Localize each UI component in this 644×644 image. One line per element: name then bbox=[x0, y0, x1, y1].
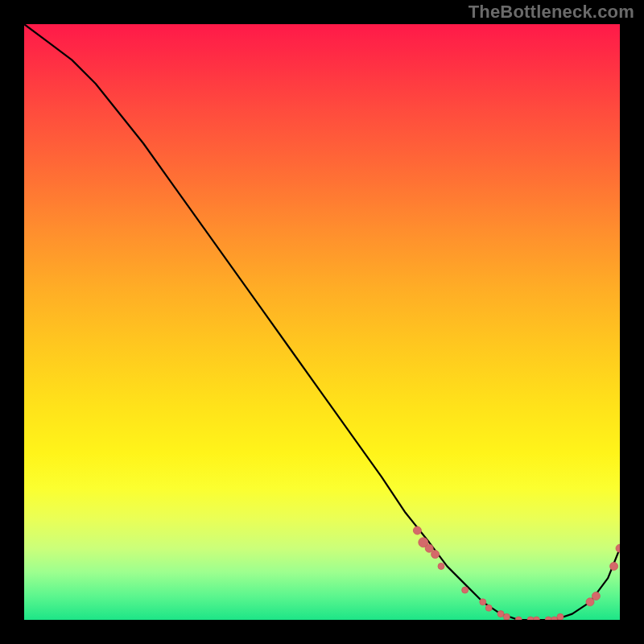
data-marker bbox=[438, 563, 444, 569]
data-marker bbox=[462, 587, 469, 593]
data-marker bbox=[480, 599, 486, 605]
data-marker bbox=[586, 598, 594, 606]
bottleneck-curve bbox=[24, 24, 620, 620]
data-marker bbox=[616, 544, 620, 552]
plot-area bbox=[24, 24, 620, 620]
data-markers bbox=[413, 526, 620, 620]
data-marker bbox=[533, 617, 539, 620]
data-marker bbox=[485, 605, 492, 611]
chart-overlay bbox=[24, 24, 620, 620]
data-marker bbox=[551, 617, 558, 620]
data-marker bbox=[592, 592, 600, 600]
data-marker bbox=[425, 544, 433, 552]
watermark-text: TheBottleneck.com bbox=[469, 2, 634, 23]
data-marker bbox=[527, 617, 534, 620]
data-marker bbox=[515, 617, 522, 620]
data-marker bbox=[557, 613, 564, 620]
data-marker bbox=[431, 551, 440, 559]
data-marker bbox=[610, 562, 618, 570]
data-marker bbox=[497, 611, 504, 617]
data-marker bbox=[545, 617, 551, 620]
data-marker bbox=[503, 613, 510, 620]
data-marker bbox=[413, 526, 421, 535]
chart-frame: TheBottleneck.com bbox=[0, 0, 644, 644]
